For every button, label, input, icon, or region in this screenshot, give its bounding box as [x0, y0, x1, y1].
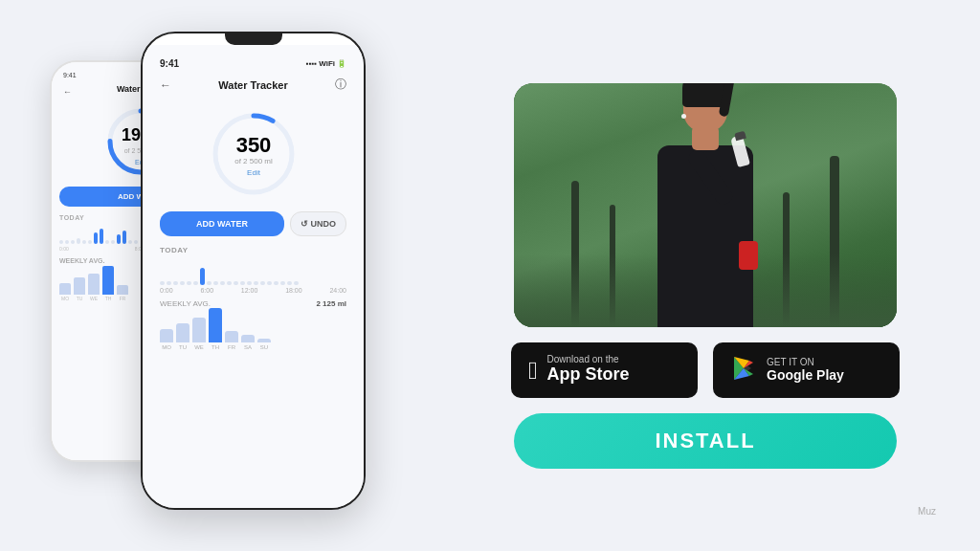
- fg-time: 9:41: [160, 58, 179, 69]
- weekly-chart: MO TU WE TH FR SA SU: [152, 312, 354, 350]
- fg-water-unit: of 2 500 ml: [234, 157, 273, 165]
- google-play-top: GET IT ON: [767, 357, 844, 367]
- google-play-icon: [730, 355, 757, 386]
- weekly-value: 2 125 ml: [316, 299, 346, 308]
- app-store-top: Download on the: [547, 354, 630, 364]
- phone-notch: [225, 33, 282, 45]
- fg-add-water-btn[interactable]: ADD WATER: [160, 211, 284, 236]
- main-container: 9:41 ▪▪▪ ← Water Tracker 1950 of 2 500 m…: [21, 17, 959, 534]
- store-buttons:  Download on the App Store: [511, 342, 900, 398]
- phones-section: 9:41 ▪▪▪ ← Water Tracker 1950 of 2 500 m…: [50, 32, 452, 519]
- weekly-header: WEEKLY AVG. 2 125 ml: [152, 299, 354, 308]
- fg-today-label: TODAY: [152, 246, 354, 254]
- fg-water-amount: 350: [235, 133, 271, 157]
- weekly-label: WEEKLY AVG.: [160, 299, 211, 308]
- app-store-bottom: App Store: [547, 364, 630, 386]
- right-section:  Download on the App Store: [452, 83, 930, 469]
- hero-image: [514, 83, 897, 327]
- app-store-button[interactable]:  Download on the App Store: [511, 342, 698, 398]
- apple-icon: : [528, 358, 538, 383]
- chart-time-labels: 0:006:0012:0018:0024:00: [152, 287, 354, 294]
- phone-foreground: 9:41 ▪▪▪▪ WiFi 🔋 ← Water Tracker ⓘ: [141, 32, 366, 510]
- google-play-bottom: Google Play: [767, 367, 844, 384]
- hourly-chart: [152, 256, 354, 285]
- install-button[interactable]: INSTALL: [514, 413, 897, 469]
- fg-edit-label: Edit: [247, 168, 261, 177]
- fg-undo-btn[interactable]: ↺ UNDO: [290, 211, 346, 236]
- bg-time: 9:41: [63, 72, 77, 78]
- watermark: Muz: [918, 506, 936, 517]
- google-play-button[interactable]: GET IT ON Google Play: [713, 342, 900, 398]
- fg-title: Water Tracker: [218, 79, 287, 91]
